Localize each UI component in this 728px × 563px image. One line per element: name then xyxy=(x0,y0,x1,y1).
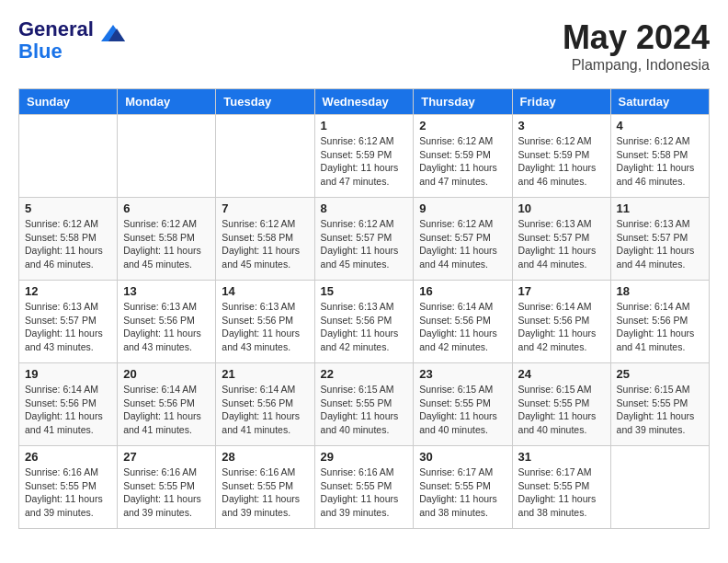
day-number: 19 xyxy=(25,367,111,381)
calendar-cell: 18Sunrise: 6:14 AMSunset: 5:56 PMDayligh… xyxy=(610,281,709,363)
weekday-header-thursday: Thursday xyxy=(414,89,512,115)
day-info: Sunrise: 6:13 AMSunset: 5:56 PMDaylight:… xyxy=(321,300,408,354)
day-info: Sunrise: 6:15 AMSunset: 5:55 PMDaylight:… xyxy=(518,383,605,437)
day-info: Sunrise: 6:14 AMSunset: 5:56 PMDaylight:… xyxy=(123,383,210,437)
day-info: Sunrise: 6:13 AMSunset: 5:57 PMDaylight:… xyxy=(617,217,703,271)
calendar-week-3: 12Sunrise: 6:13 AMSunset: 5:57 PMDayligh… xyxy=(19,281,710,363)
day-info: Sunrise: 6:16 AMSunset: 5:55 PMDaylight:… xyxy=(25,465,111,520)
day-info: Sunrise: 6:15 AMSunset: 5:55 PMDaylight:… xyxy=(419,383,506,437)
calendar-cell: 12Sunrise: 6:13 AMSunset: 5:57 PMDayligh… xyxy=(19,281,118,363)
calendar-cell: 5Sunrise: 6:12 AMSunset: 5:58 PMDaylight… xyxy=(19,198,118,281)
calendar-table: SundayMondayTuesdayWednesdayThursdayFrid… xyxy=(18,88,710,529)
day-number: 21 xyxy=(222,367,308,381)
calendar-cell: 24Sunrise: 6:15 AMSunset: 5:55 PMDayligh… xyxy=(512,363,610,446)
day-info: Sunrise: 6:12 AMSunset: 5:58 PMDaylight:… xyxy=(617,134,703,189)
weekday-header-wednesday: Wednesday xyxy=(314,89,414,115)
calendar-cell: 3Sunrise: 6:12 AMSunset: 5:59 PMDaylight… xyxy=(512,115,610,198)
calendar-cell: 29Sunrise: 6:16 AMSunset: 5:55 PMDayligh… xyxy=(314,446,414,529)
weekday-header-tuesday: Tuesday xyxy=(216,89,314,115)
day-number: 4 xyxy=(617,119,703,132)
day-info: Sunrise: 6:14 AMSunset: 5:56 PMDaylight:… xyxy=(419,300,506,354)
day-info: Sunrise: 6:12 AMSunset: 5:58 PMDaylight:… xyxy=(25,217,111,271)
day-number: 28 xyxy=(222,450,308,464)
day-number: 15 xyxy=(321,284,408,298)
calendar-cell: 6Sunrise: 6:12 AMSunset: 5:58 PMDaylight… xyxy=(118,198,216,281)
day-number: 5 xyxy=(25,201,111,215)
day-number: 8 xyxy=(321,201,408,215)
day-info: Sunrise: 6:16 AMSunset: 5:55 PMDaylight:… xyxy=(321,465,408,520)
day-info: Sunrise: 6:13 AMSunset: 5:56 PMDaylight:… xyxy=(222,300,308,354)
day-info: Sunrise: 6:13 AMSunset: 5:57 PMDaylight:… xyxy=(25,300,111,354)
day-number: 10 xyxy=(518,201,605,215)
calendar-cell xyxy=(610,446,709,529)
calendar-cell: 15Sunrise: 6:13 AMSunset: 5:56 PMDayligh… xyxy=(314,281,414,363)
day-number: 29 xyxy=(321,450,408,464)
day-info: Sunrise: 6:17 AMSunset: 5:55 PMDaylight:… xyxy=(419,465,506,520)
day-info: Sunrise: 6:14 AMSunset: 5:56 PMDaylight:… xyxy=(222,383,308,437)
calendar-cell xyxy=(118,115,216,198)
calendar-cell: 13Sunrise: 6:13 AMSunset: 5:56 PMDayligh… xyxy=(118,281,216,363)
calendar-cell: 7Sunrise: 6:12 AMSunset: 5:58 PMDaylight… xyxy=(216,198,314,281)
day-info: Sunrise: 6:14 AMSunset: 5:56 PMDaylight:… xyxy=(617,300,703,354)
location-subtitle: Plampang, Indonesia xyxy=(563,57,710,74)
calendar-cell: 20Sunrise: 6:14 AMSunset: 5:56 PMDayligh… xyxy=(118,363,216,446)
calendar-cell xyxy=(216,115,314,198)
calendar-cell: 21Sunrise: 6:14 AMSunset: 5:56 PMDayligh… xyxy=(216,363,314,446)
calendar-cell xyxy=(19,115,118,198)
day-number: 6 xyxy=(123,201,210,215)
day-number: 14 xyxy=(222,284,308,298)
month-year-title: May 2024 xyxy=(563,18,710,57)
calendar-cell: 1Sunrise: 6:12 AMSunset: 5:59 PMDaylight… xyxy=(314,115,414,198)
weekday-header-saturday: Saturday xyxy=(610,89,709,115)
day-info: Sunrise: 6:14 AMSunset: 5:56 PMDaylight:… xyxy=(518,300,605,354)
day-number: 3 xyxy=(518,119,605,132)
calendar-cell: 22Sunrise: 6:15 AMSunset: 5:55 PMDayligh… xyxy=(314,363,414,446)
day-info: Sunrise: 6:16 AMSunset: 5:55 PMDaylight:… xyxy=(222,465,308,520)
calendar-week-5: 26Sunrise: 6:16 AMSunset: 5:55 PMDayligh… xyxy=(19,446,710,529)
calendar-cell: 16Sunrise: 6:14 AMSunset: 5:56 PMDayligh… xyxy=(414,281,512,363)
weekday-header-sunday: Sunday xyxy=(19,89,118,115)
calendar-cell: 25Sunrise: 6:15 AMSunset: 5:55 PMDayligh… xyxy=(610,363,709,446)
day-number: 16 xyxy=(419,284,506,298)
day-info: Sunrise: 6:12 AMSunset: 5:57 PMDaylight:… xyxy=(419,217,506,271)
day-info: Sunrise: 6:12 AMSunset: 5:59 PMDaylight:… xyxy=(518,134,605,189)
day-info: Sunrise: 6:13 AMSunset: 5:57 PMDaylight:… xyxy=(518,217,605,271)
calendar-cell: 10Sunrise: 6:13 AMSunset: 5:57 PMDayligh… xyxy=(512,198,610,281)
day-number: 31 xyxy=(518,450,605,464)
day-info: Sunrise: 6:17 AMSunset: 5:55 PMDaylight:… xyxy=(518,465,605,520)
day-number: 25 xyxy=(617,367,703,381)
weekday-header-monday: Monday xyxy=(118,89,216,115)
calendar-cell: 19Sunrise: 6:14 AMSunset: 5:56 PMDayligh… xyxy=(19,363,118,446)
day-number: 26 xyxy=(25,450,111,464)
calendar-cell: 30Sunrise: 6:17 AMSunset: 5:55 PMDayligh… xyxy=(414,446,512,529)
day-info: Sunrise: 6:12 AMSunset: 5:58 PMDaylight:… xyxy=(222,217,308,271)
calendar-cell: 8Sunrise: 6:12 AMSunset: 5:57 PMDaylight… xyxy=(314,198,414,281)
day-info: Sunrise: 6:13 AMSunset: 5:56 PMDaylight:… xyxy=(123,300,210,354)
day-info: Sunrise: 6:12 AMSunset: 5:57 PMDaylight:… xyxy=(321,217,408,271)
weekday-header-friday: Friday xyxy=(512,89,610,115)
day-number: 1 xyxy=(321,119,408,132)
calendar-header-row: SundayMondayTuesdayWednesdayThursdayFrid… xyxy=(19,89,710,115)
calendar-cell: 28Sunrise: 6:16 AMSunset: 5:55 PMDayligh… xyxy=(216,446,314,529)
day-info: Sunrise: 6:12 AMSunset: 5:59 PMDaylight:… xyxy=(419,134,506,189)
title-block: May 2024 Plampang, Indonesia xyxy=(563,18,710,74)
logo: General Blue xyxy=(18,18,127,63)
day-number: 7 xyxy=(222,201,308,215)
day-number: 22 xyxy=(321,367,408,381)
day-number: 17 xyxy=(518,284,605,298)
day-info: Sunrise: 6:12 AMSunset: 5:58 PMDaylight:… xyxy=(123,217,210,271)
day-number: 9 xyxy=(419,201,506,215)
day-number: 24 xyxy=(518,367,605,381)
calendar-cell: 14Sunrise: 6:13 AMSunset: 5:56 PMDayligh… xyxy=(216,281,314,363)
day-number: 27 xyxy=(123,450,210,464)
logo-icon xyxy=(99,21,127,43)
page-header: General Blue May 2024 Plampang, Indonesi… xyxy=(18,18,710,74)
calendar-cell: 17Sunrise: 6:14 AMSunset: 5:56 PMDayligh… xyxy=(512,281,610,363)
day-info: Sunrise: 6:14 AMSunset: 5:56 PMDaylight:… xyxy=(25,383,111,437)
calendar-week-1: 1Sunrise: 6:12 AMSunset: 5:59 PMDaylight… xyxy=(19,115,710,198)
day-info: Sunrise: 6:16 AMSunset: 5:55 PMDaylight:… xyxy=(123,465,210,520)
day-info: Sunrise: 6:12 AMSunset: 5:59 PMDaylight:… xyxy=(321,134,408,189)
calendar-cell: 26Sunrise: 6:16 AMSunset: 5:55 PMDayligh… xyxy=(19,446,118,529)
day-number: 23 xyxy=(419,367,506,381)
day-number: 13 xyxy=(123,284,210,298)
